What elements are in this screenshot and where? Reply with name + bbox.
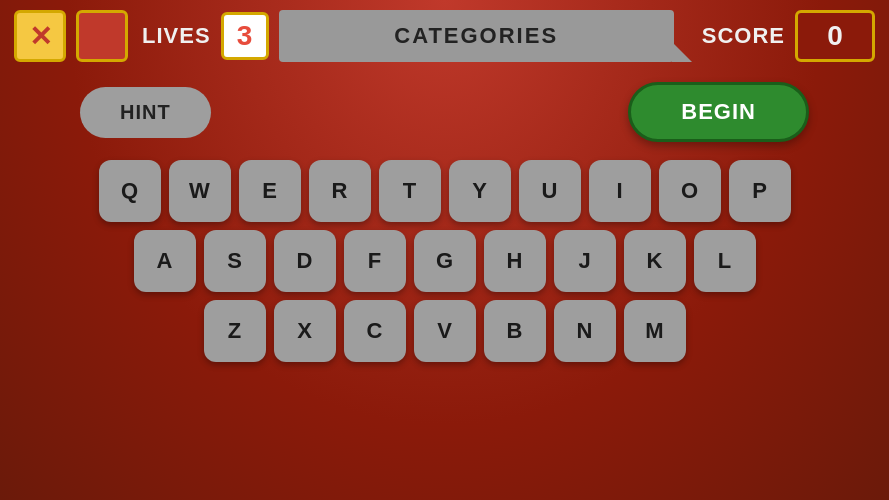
key-y[interactable]: Y <box>449 160 511 222</box>
key-v[interactable]: V <box>414 300 476 362</box>
key-k[interactable]: K <box>624 230 686 292</box>
key-b[interactable]: B <box>484 300 546 362</box>
key-g[interactable]: G <box>414 230 476 292</box>
lives-value: 3 <box>221 12 269 60</box>
key-m[interactable]: M <box>624 300 686 362</box>
key-h[interactable]: H <box>484 230 546 292</box>
key-e[interactable]: E <box>239 160 301 222</box>
key-j[interactable]: J <box>554 230 616 292</box>
keyboard-row: ASDFGHJKL <box>134 230 756 292</box>
keyboard: QWERTYUIOPASDFGHJKLZXCVBNM <box>99 160 791 362</box>
score-value: 0 <box>795 10 875 62</box>
keyboard-row: ZXCVBNM <box>204 300 686 362</box>
key-s[interactable]: S <box>204 230 266 292</box>
key-u[interactable]: U <box>519 160 581 222</box>
red-indicator-box <box>76 10 128 62</box>
main-area: HINT BEGIN QWERTYUIOPASDFGHJKLZXCVBNM <box>0 72 889 500</box>
close-button[interactable]: ✕ <box>14 10 66 62</box>
keyboard-row: QWERTYUIOP <box>99 160 791 222</box>
key-c[interactable]: C <box>344 300 406 362</box>
lives-label: LIVES <box>142 23 211 49</box>
score-label: SCORE <box>702 23 785 49</box>
key-x[interactable]: X <box>274 300 336 362</box>
key-z[interactable]: Z <box>204 300 266 362</box>
key-d[interactable]: D <box>274 230 336 292</box>
key-l[interactable]: L <box>694 230 756 292</box>
close-icon: ✕ <box>29 20 52 53</box>
key-t[interactable]: T <box>379 160 441 222</box>
key-w[interactable]: W <box>169 160 231 222</box>
hint-button[interactable]: HINT <box>80 87 211 138</box>
header: ✕ LIVES 3 CATEGORIES SCORE 0 <box>0 0 889 72</box>
key-n[interactable]: N <box>554 300 616 362</box>
key-r[interactable]: R <box>309 160 371 222</box>
key-q[interactable]: Q <box>99 160 161 222</box>
key-p[interactable]: P <box>729 160 791 222</box>
action-row: HINT BEGIN <box>0 82 889 142</box>
key-i[interactable]: I <box>589 160 651 222</box>
key-o[interactable]: O <box>659 160 721 222</box>
categories-arrow-icon <box>672 42 692 62</box>
categories-button[interactable]: CATEGORIES <box>279 10 674 62</box>
key-a[interactable]: A <box>134 230 196 292</box>
categories-label: CATEGORIES <box>394 23 558 49</box>
begin-button[interactable]: BEGIN <box>628 82 809 142</box>
key-f[interactable]: F <box>344 230 406 292</box>
